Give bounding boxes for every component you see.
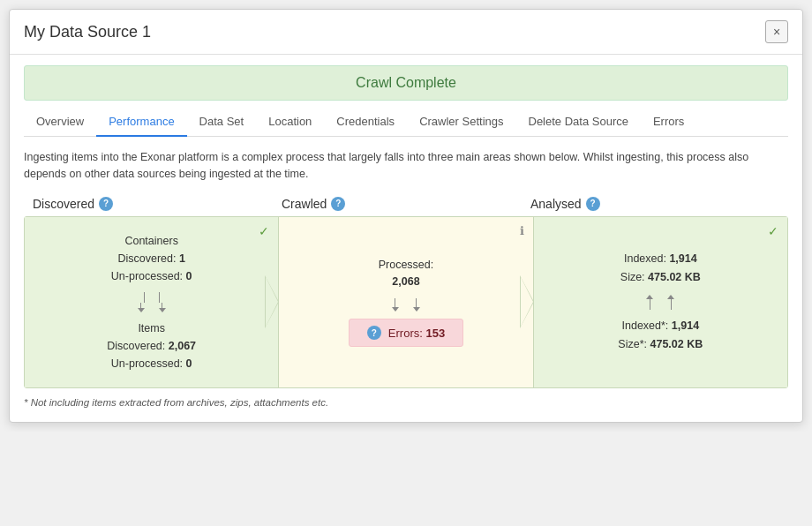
metrics-header-row: Discovered ? Crawled ? Analysed ? <box>24 197 788 211</box>
containers-label: Containers <box>111 232 192 250</box>
analysed-checkmark: ✓ <box>768 224 778 238</box>
content-area: Ingesting items into the Exonar platform… <box>10 137 802 422</box>
crawled-header: Crawled ? <box>282 197 530 211</box>
processed-stat: Processed: 2,068 <box>379 257 434 290</box>
tab-delete-data-source[interactable]: Delete Data Source <box>516 108 641 137</box>
tab-location[interactable]: Location <box>256 108 324 137</box>
crawl-banner: Crawl Complete <box>24 65 788 101</box>
tab-dataset[interactable]: Data Set <box>187 108 257 137</box>
tab-crawler-settings[interactable]: Crawler Settings <box>407 108 515 137</box>
items-stat: Items Discovered: 2,067 Un-processed: 0 <box>107 319 196 372</box>
items-unprocessed-row: Un-processed: 0 <box>107 355 196 372</box>
close-button[interactable]: × <box>765 20 788 43</box>
discovered-col: ✓ Containers Discovered: 1 Un-processed:… <box>25 217 279 387</box>
discovered-checkmark: ✓ <box>259 224 269 238</box>
crawled-info-icon[interactable]: ℹ <box>520 224 524 237</box>
analysed-main-stats: Indexed: 1,914 Size: 475.02 KB <box>620 250 701 288</box>
size-star-row: Size*: 475.02 KB <box>618 335 703 354</box>
containers-stat: Containers Discovered: 1 Un-processed: 0 <box>111 232 192 285</box>
crawled-col: ℹ Processed: 2,068 <box>279 217 533 387</box>
dialog-title: My Data Source 1 <box>24 23 151 41</box>
tab-errors[interactable]: Errors <box>641 108 696 137</box>
analysed-title: Analysed ? <box>530 197 779 211</box>
footnote-text: * Not including items extracted from arc… <box>24 397 788 408</box>
errors-box: ? Errors: 153 <box>349 319 463 347</box>
indexed-row: Indexed: 1,914 <box>620 250 701 268</box>
dialog-header: My Data Source 1 × <box>10 10 802 55</box>
analysed-col: ✓ Indexed: 1,914 Size: 475.02 KB <box>534 217 787 387</box>
crawled-title: Crawled ? <box>282 197 530 211</box>
discovered-title: Discovered ? <box>33 197 282 211</box>
errors-label: Errors: 153 <box>388 327 445 340</box>
discovered-help-icon[interactable]: ? <box>99 197 113 211</box>
tabs-bar: Overview Performance Data Set Location C… <box>24 101 788 137</box>
errors-help-icon[interactable]: ? <box>367 326 381 340</box>
items-discovered-row: Discovered: 2,067 <box>107 337 196 355</box>
items-label: Items <box>107 319 196 337</box>
discovered-header: Discovered ? <box>33 197 282 211</box>
tab-overview[interactable]: Overview <box>24 108 96 137</box>
analysed-help-icon[interactable]: ? <box>586 197 600 211</box>
indexed-star-row: Indexed*: 1,914 <box>618 317 703 335</box>
containers-discovered-row: Discovered: 1 <box>111 250 192 267</box>
description-text: Ingesting items into the Exonar platform… <box>24 149 788 183</box>
analysed-star-stats: Indexed*: 1,914 Size*: 475.02 KB <box>618 317 703 355</box>
dialog: My Data Source 1 × Crawl Complete Overvi… <box>9 9 803 423</box>
metrics-area: ✓ Containers Discovered: 1 Un-processed:… <box>24 216 788 388</box>
size-row: Size: 475.02 KB <box>620 268 701 287</box>
fork-arrow-discovered <box>138 292 166 312</box>
crawled-help-icon[interactable]: ? <box>331 197 345 211</box>
analysed-header: Analysed ? <box>530 197 779 211</box>
tab-performance[interactable]: Performance <box>96 108 186 137</box>
containers-unprocessed-row: Un-processed: 0 <box>111 267 192 285</box>
tab-credentials[interactable]: Credentials <box>324 108 407 137</box>
crawl-banner-text: Crawl Complete <box>356 75 456 90</box>
